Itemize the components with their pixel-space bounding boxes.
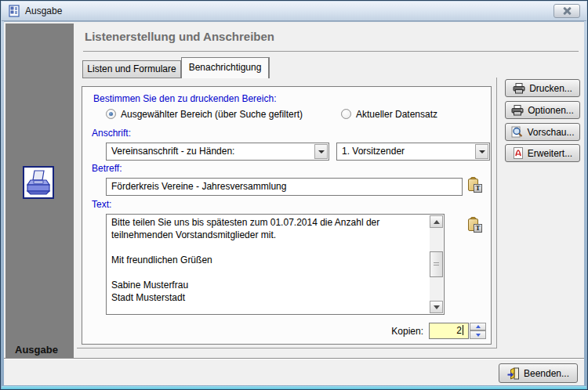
panel-border-bottom — [77, 348, 497, 348]
beenden-button[interactable]: Beenden... — [499, 363, 578, 383]
clipboard-text-icon: T — [474, 224, 482, 233]
spinner-down-icon[interactable] — [470, 330, 486, 339]
printer-icon — [513, 83, 525, 94]
close-button[interactable] — [554, 4, 580, 18]
chevron-down-icon[interactable] — [314, 144, 328, 159]
benachrichtigung-form: Bestimmen Sie den zu druckenden Bereich:… — [82, 86, 492, 345]
window-frame-glow — [2, 386, 586, 389]
tab-benachrichtigung[interactable]: Benachrichtigung — [181, 57, 270, 78]
title-bar: Ausgabe — [2, 2, 586, 21]
drucken-button[interactable]: Drucken... — [505, 79, 580, 97]
optionen-button[interactable]: Optionen... — [505, 101, 580, 119]
ausgabe-window: Ausgabe Ausgabe Listenerstellung und Ans… — [0, 0, 588, 390]
anschrift-select-2-value: 1. Vorsitzender — [342, 146, 405, 157]
scroll-up-icon[interactable] — [430, 215, 443, 228]
tab-listen-und-formulare[interactable]: Listen und Formulare — [82, 60, 181, 78]
panel-border-right — [496, 78, 497, 348]
betreff-input[interactable]: Förderkreis Vereine - Jahresversammlung — [106, 178, 463, 196]
kopien-input[interactable]: 2 — [429, 323, 469, 339]
app-list-icon — [8, 5, 20, 17]
anschrift-label: Anschrift: — [92, 128, 131, 139]
anschrift-select-1-value: Vereinsanschrift - zu Händen: — [111, 146, 234, 157]
scrollbar-thumb[interactable] — [430, 251, 443, 277]
radio-aktueller-datensatz-label[interactable]: Aktueller Datensatz — [356, 109, 437, 120]
clipboard-text-icon: T — [474, 184, 482, 193]
sidebar: Ausgabe — [5, 23, 74, 358]
text-textarea-content[interactable]: Bitte teilen Sie uns bis spätesten zum 0… — [111, 216, 428, 312]
magnifier-page-icon — [510, 126, 523, 138]
close-icon — [563, 7, 571, 15]
anschrift-select-2[interactable]: 1. Vorsitzender — [336, 143, 490, 161]
printer-tile — [23, 166, 54, 199]
anschrift-select-1[interactable]: Vereinsanschrift - zu Händen: — [106, 143, 329, 161]
radio-ausgewaehlter-bereich-label[interactable]: Ausgewählter Bereich (über Suche gefilte… — [121, 109, 303, 120]
sidebar-caption: Ausgabe — [15, 344, 58, 356]
scroll-down-icon[interactable] — [430, 301, 443, 313]
bottom-bar: Beenden... — [4, 359, 584, 385]
chevron-down-icon[interactable] — [475, 144, 488, 159]
section-label: Bestimmen Sie den zu druckenden Bereich: — [93, 93, 276, 104]
spinner-up-icon[interactable] — [470, 323, 486, 330]
text-template-button[interactable]: T — [468, 177, 482, 193]
pdf-icon — [513, 147, 524, 159]
kopien-label: Kopien: — [341, 326, 423, 337]
client-area: Ausgabe Listenerstellung und Anschreiben… — [4, 21, 584, 385]
textarea-scrollbar[interactable] — [430, 215, 443, 313]
text-caret — [463, 325, 463, 335]
header-divider — [83, 51, 579, 52]
betreff-label: Betreff: — [92, 163, 122, 174]
kopien-stepper — [470, 323, 486, 339]
printer-icon — [24, 168, 53, 197]
text-textarea[interactable]: Bitte teilen Sie uns bis spätesten zum 0… — [106, 214, 445, 315]
erweitert-button[interactable]: Erweitert... — [505, 144, 580, 162]
exit-door-icon — [507, 367, 520, 380]
vorschau-button[interactable]: Vorschau... — [505, 123, 580, 141]
window-title: Ausgabe — [25, 5, 62, 16]
radio-aktueller-datensatz[interactable] — [341, 109, 351, 119]
page-title: Listenerstellung und Anschreiben — [85, 30, 274, 43]
printer-icon — [511, 105, 524, 116]
radio-ausgewaehlter-bereich[interactable] — [106, 109, 116, 119]
text-label: Text: — [92, 199, 111, 210]
text-template-button[interactable]: T — [468, 217, 482, 233]
